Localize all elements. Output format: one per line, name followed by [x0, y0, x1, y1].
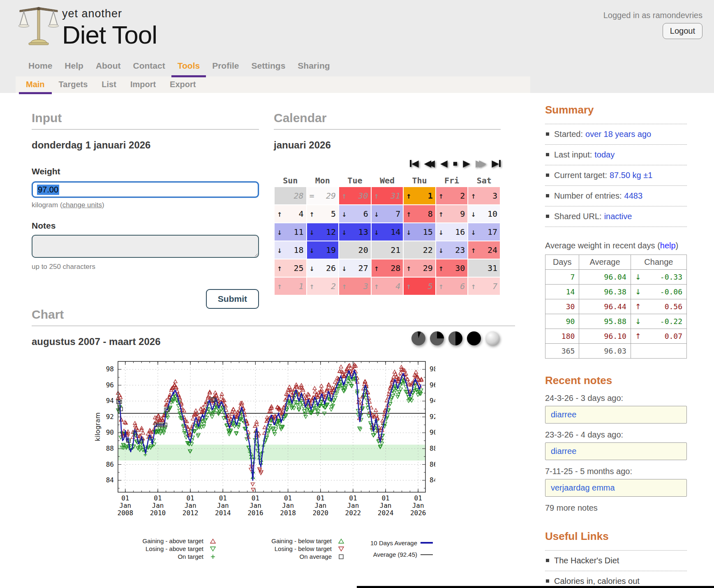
nav-item-about[interactable]: About — [96, 61, 121, 76]
calendar-day-cell[interactable]: ↑31 — [372, 187, 403, 204]
summary-value-link[interactable]: 4483 — [624, 191, 643, 201]
note-link[interactable]: verjaardag emma — [551, 483, 615, 492]
subnav-item-targets[interactable]: Targets — [59, 80, 88, 93]
day-trend-down-icon: ↓ — [406, 227, 411, 237]
calendar-day-cell[interactable]: ↓27 — [339, 259, 371, 277]
svg-text:01: 01 — [219, 494, 227, 502]
calendar-day-cell[interactable]: ↓18 — [275, 241, 306, 259]
svg-text:96: 96 — [430, 381, 435, 389]
subnav-item-list[interactable]: List — [102, 80, 116, 93]
calendar-day-cell[interactable]: ↑1 — [404, 187, 435, 204]
skip-end-icon[interactable]: ▶ — [492, 159, 501, 168]
calendar-day-cell[interactable]: ↑28 — [372, 259, 403, 277]
day-trend-down-icon: ↓ — [342, 227, 347, 237]
legend-label: Losing - above target — [93, 545, 206, 552]
calendar-day-cell[interactable]: ↓11 — [275, 223, 306, 241]
calendar-day-cell[interactable]: ↑25 — [275, 259, 306, 277]
unit-text: kilogram ( — [32, 201, 62, 209]
range-half-icon[interactable] — [448, 331, 462, 345]
fast-backward-icon[interactable]: ◀◀ — [424, 159, 435, 168]
calendar-day-cell[interactable]: ↓6 — [339, 205, 371, 222]
calendar-day-cell[interactable]: ↓10 — [468, 205, 500, 222]
calendar-day-cell[interactable]: 31 — [468, 259, 500, 277]
calendar-day-cell[interactable]: ↑30 — [436, 259, 468, 277]
useful-link-item[interactable]: The Hacker's Diet — [545, 551, 687, 571]
calendar-day-cell[interactable]: ↑29 — [404, 259, 435, 277]
day-trend-up-icon: ↑ — [342, 281, 347, 291]
calendar-day-cell[interactable]: ↓26 — [307, 259, 339, 277]
calendar-day-cell[interactable]: ↓19 — [307, 241, 339, 259]
range-full-icon[interactable] — [467, 331, 481, 345]
nav-item-contact[interactable]: Contact — [133, 61, 165, 76]
stop-icon[interactable]: ■ — [453, 160, 458, 167]
nav-item-help[interactable]: Help — [65, 61, 83, 76]
note-link[interactable]: diarree — [551, 447, 576, 456]
summary-value-link[interactable]: 87.50 kg ±1 — [610, 171, 652, 180]
subnav-item-main[interactable]: Main — [26, 80, 45, 93]
calendar-day-cell[interactable]: ↑7 — [468, 278, 500, 295]
calendar-day-cell[interactable]: ↑5 — [307, 205, 339, 222]
legend-label: Gaining - above target — [93, 537, 206, 544]
logout-button[interactable]: Logout — [663, 23, 702, 39]
summary-value-link[interactable]: over 18 years ago — [585, 130, 651, 139]
calendar-day-cell[interactable]: ↓14 — [372, 223, 403, 241]
legend-col1: Gaining - above targetLosing - above tar… — [93, 537, 222, 560]
calendar-day-cell[interactable]: ↑6 — [436, 278, 468, 295]
calendar-day-cell[interactable]: ↓23 — [436, 241, 468, 259]
calendar-day-cell[interactable]: ↓12 — [307, 223, 339, 241]
nav-item-sharing[interactable]: Sharing — [298, 61, 330, 76]
nav-item-tools[interactable]: Tools — [178, 61, 200, 76]
help-link[interactable]: help — [660, 241, 676, 250]
calendar-day-cell[interactable]: 28 — [275, 187, 306, 204]
nav-item-home[interactable]: Home — [28, 61, 52, 76]
calendar-day-cell[interactable]: 22 — [404, 241, 435, 259]
calendar-day-cell[interactable]: ↓7 — [372, 205, 403, 222]
calendar-day-cell[interactable]: =29 — [307, 187, 339, 204]
calendar-day-cell[interactable]: ↑4 — [275, 205, 306, 222]
calendar-day-cell[interactable]: ↑24 — [468, 241, 500, 259]
calendar-day-cell[interactable]: ↓17 — [468, 223, 500, 241]
submit-button[interactable]: Submit — [206, 289, 259, 309]
range-slice-icon[interactable] — [411, 331, 425, 345]
step-forward-icon[interactable]: ▶ — [463, 159, 470, 168]
calendar-day-cell[interactable]: 20 — [339, 241, 371, 259]
bullet-icon — [546, 194, 549, 197]
svg-text:Jan: Jan — [217, 502, 229, 509]
useful-link-item[interactable]: Calories in, calories out — [545, 571, 687, 588]
calendar-day-cell[interactable]: ↑1 — [275, 278, 306, 295]
nav-item-profile[interactable]: Profile — [212, 61, 239, 76]
calendar-day-cell[interactable]: ↓13 — [339, 223, 371, 241]
note-link[interactable]: diarree — [551, 410, 576, 419]
useful-link-link[interactable]: Calories in, calories out — [554, 576, 640, 586]
skip-start-icon[interactable]: ◀ — [410, 159, 419, 168]
calendar-day-cell[interactable]: ↑9 — [436, 205, 468, 222]
subnav-item-export[interactable]: Export — [170, 80, 196, 93]
svg-text:96: 96 — [106, 381, 114, 389]
calendar-day-cell[interactable]: ↑4 — [372, 278, 403, 295]
summary-value-link[interactable]: today — [594, 150, 615, 160]
step-backward-icon[interactable]: ◀ — [440, 159, 448, 168]
calendar-day-cell[interactable]: ↓16 — [436, 223, 468, 241]
calendar-day-cell[interactable]: ↑2 — [436, 187, 468, 204]
subnav-item-import[interactable]: Import — [130, 80, 156, 93]
calendar-day-cell[interactable]: ↑8 — [404, 205, 435, 222]
day-trend-up-icon: ↑ — [471, 191, 476, 201]
notes-input[interactable] — [32, 235, 259, 258]
fast-forward-icon[interactable]: ▶▶ — [476, 159, 486, 168]
calendar-day-cell[interactable]: ↓15 — [404, 223, 435, 241]
range-ball-icon[interactable] — [485, 331, 499, 345]
range-quarter-icon[interactable] — [430, 331, 444, 345]
calendar-day-cell[interactable]: ↑5 — [404, 278, 435, 295]
nav-item-settings[interactable]: Settings — [252, 61, 286, 76]
calendar-day-cell[interactable]: ↑2 — [307, 278, 339, 295]
calendar-day-cell[interactable]: 21 — [372, 241, 403, 259]
calendar-day-cell[interactable]: ↑30 — [339, 187, 371, 204]
day-trend-down-icon: ↓ — [277, 227, 282, 237]
summary-value-link[interactable]: inactive — [604, 212, 632, 221]
change-units-link[interactable]: change units — [62, 201, 102, 209]
weight-input[interactable]: 97.00 — [32, 181, 259, 198]
bullet-icon — [546, 215, 549, 218]
calendar-day-cell[interactable]: ↑3 — [468, 187, 500, 204]
useful-link-link[interactable]: The Hacker's Diet — [554, 556, 619, 565]
calendar-day-cell[interactable]: ↑3 — [339, 278, 371, 295]
